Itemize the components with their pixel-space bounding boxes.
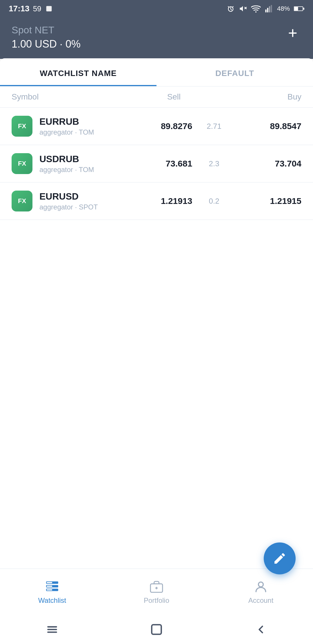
- sell-price: 89.8276: [127, 121, 192, 131]
- status-bar-left: 17:13 59: [9, 4, 53, 13]
- svg-rect-15: [303, 8, 304, 10]
- fx-badge: FX: [12, 191, 32, 211]
- tab-watchlist-name[interactable]: WATCHLIST NAME: [0, 58, 156, 86]
- table-row[interactable]: FX USDRUB aggregator · TOM 73.681 2.3 73…: [0, 145, 313, 182]
- battery-icon: [294, 6, 304, 12]
- watchlist-icon: [45, 580, 59, 594]
- status-bar: 17:13 59: [0, 0, 313, 17]
- svg-rect-22: [47, 585, 52, 587]
- bottom-navigation: Watchlist Portfolio Account: [0, 569, 313, 615]
- recent-apps-button[interactable]: [43, 621, 61, 638]
- svg-rect-9: [265, 10, 266, 12]
- tabs-container: WATCHLIST NAME DEFAULT: [0, 58, 313, 86]
- nav-item-portfolio[interactable]: Portfolio: [104, 580, 209, 605]
- buy-price: 89.8547: [236, 121, 301, 131]
- symbol-name: EURRUB: [39, 116, 127, 127]
- buy-price: 1.21915: [236, 196, 301, 206]
- fx-icon-col: FX: [12, 116, 32, 137]
- nav-item-watchlist[interactable]: Watchlist: [0, 580, 104, 605]
- fx-icon-col: FX: [12, 191, 32, 211]
- svg-line-3: [231, 9, 232, 10]
- wifi-icon: [251, 5, 261, 13]
- symbol-name: USDRUB: [39, 154, 127, 164]
- sell-price: 1.21913: [127, 196, 192, 206]
- sell-price: 73.681: [127, 159, 192, 169]
- fx-badge: FX: [12, 153, 32, 174]
- nav-item-account[interactable]: Account: [209, 580, 313, 605]
- symbol-subtitle: aggregator · TOM: [39, 128, 127, 136]
- instrument-info: EURUSD aggregator · SPOT: [39, 191, 127, 211]
- col-header-buy: Buy: [229, 92, 301, 102]
- table-body: FX EURRUB aggregator · TOM 89.8276 2.71 …: [0, 108, 313, 338]
- spread-value: 0.2: [192, 197, 236, 206]
- account-title: Spot NET: [12, 24, 81, 36]
- svg-rect-12: [271, 5, 272, 12]
- svg-point-8: [255, 11, 256, 12]
- spread-value: 2.3: [192, 159, 236, 168]
- svg-rect-0: [46, 6, 52, 12]
- svg-rect-14: [294, 7, 298, 10]
- nav-label-watchlist: Watchlist: [38, 596, 66, 605]
- mute-icon: [239, 5, 247, 13]
- col-header-sell: Sell: [108, 92, 181, 102]
- system-navigation: [0, 615, 313, 644]
- svg-rect-10: [267, 8, 268, 12]
- col-header-spread: [181, 92, 229, 102]
- symbol-name: EURUSD: [39, 191, 127, 202]
- svg-point-27: [259, 582, 263, 587]
- table-row[interactable]: FX EURUSD aggregator · SPOT 1.21913 0.2 …: [0, 182, 313, 220]
- svg-rect-21: [47, 582, 52, 583]
- fx-badge: FX: [12, 116, 32, 137]
- back-button[interactable]: [252, 621, 270, 638]
- signal-icon: [265, 5, 273, 13]
- spread-value: 2.71: [192, 122, 236, 131]
- add-button[interactable]: [284, 24, 301, 42]
- account-balance: 1.00 USD · 0%: [12, 38, 81, 50]
- symbol-subtitle: aggregator · TOM: [39, 166, 127, 174]
- tab-default[interactable]: DEFAULT: [156, 58, 313, 86]
- svg-line-5: [232, 6, 234, 7]
- table-row[interactable]: FX EURRUB aggregator · TOM 89.8276 2.71 …: [0, 108, 313, 145]
- col-header-symbol: Symbol: [12, 92, 108, 102]
- instrument-info: USDRUB aggregator · TOM: [39, 154, 127, 174]
- svg-rect-11: [269, 6, 270, 12]
- portfolio-icon: [149, 580, 164, 594]
- symbol-subtitle: aggregator · SPOT: [39, 203, 127, 211]
- status-time: 17:13: [9, 4, 30, 13]
- nav-label-portfolio: Portfolio: [144, 596, 169, 605]
- home-button[interactable]: [148, 621, 165, 638]
- edit-fab-button[interactable]: [264, 542, 296, 574]
- fx-icon-col: FX: [12, 153, 32, 174]
- svg-rect-23: [47, 589, 52, 590]
- account-icon: [254, 580, 268, 594]
- header: Spot NET 1.00 USD · 0%: [0, 17, 313, 59]
- empty-content: [0, 338, 313, 569]
- header-info: Spot NET 1.00 USD · 0%: [12, 24, 81, 50]
- instrument-info: EURRUB aggregator · TOM: [39, 116, 127, 136]
- notification-icon: [45, 5, 53, 13]
- status-bar-right: 48%: [227, 5, 304, 13]
- table-header: Symbol Sell Buy: [0, 86, 313, 108]
- svg-rect-31: [152, 625, 161, 634]
- buy-price: 73.704: [236, 159, 301, 169]
- alarm-icon: [227, 5, 235, 13]
- nav-label-account: Account: [248, 596, 274, 605]
- battery-percent: 48%: [277, 5, 290, 12]
- notification-count: 59: [33, 4, 41, 13]
- svg-line-4: [228, 6, 229, 7]
